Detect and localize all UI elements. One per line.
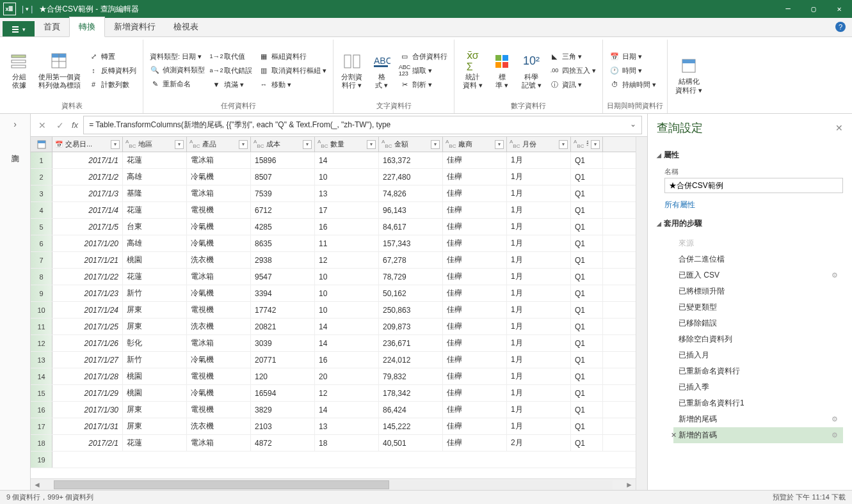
properties-section[interactable]: 屬性 xyxy=(657,150,843,161)
row-header[interactable]: 6 xyxy=(31,235,52,251)
cell[interactable]: 1月 xyxy=(507,385,571,401)
row-header[interactable]: 9 xyxy=(31,285,52,301)
table-row[interactable]: 182017/2/1花蓮電冰箱48721840,501佳櫸2月Q1 xyxy=(31,435,636,452)
filter-dropdown-icon[interactable]: ▾ xyxy=(111,140,120,149)
table-row[interactable]: 162017/1/30屏東電視機38291486,424佳櫸1月Q1 xyxy=(31,402,636,418)
table-row[interactable]: 32017/1/3基隆電冰箱75391374,826佳櫸1月Q1 xyxy=(31,185,636,202)
applied-step[interactable]: ✕新增的首碼⚙ xyxy=(673,427,843,443)
table-row[interactable]: 132017/1/27新竹冷氣機2077116224,012佳櫸1月Q1 xyxy=(31,352,636,368)
cell[interactable]: 冷氣機 xyxy=(187,219,251,235)
row-header[interactable]: 14 xyxy=(31,368,52,384)
cell[interactable]: Q1 xyxy=(571,169,603,185)
cell[interactable]: 2017/1/22 xyxy=(52,269,123,285)
applied-step[interactable]: 移除空白資料列 xyxy=(673,331,843,347)
cell[interactable]: 20771 xyxy=(251,352,315,368)
cell[interactable]: 屏東 xyxy=(123,302,187,318)
cell[interactable]: 8635 xyxy=(251,235,315,251)
cell[interactable]: 2017/1/25 xyxy=(52,319,123,335)
cell[interactable]: 電冰箱 xyxy=(187,185,251,201)
cell[interactable]: 13 xyxy=(315,185,379,201)
row-header[interactable]: 19 xyxy=(31,452,52,468)
cell[interactable]: 227,480 xyxy=(379,169,443,185)
cell[interactable]: 96,143 xyxy=(379,202,443,218)
applied-step[interactable]: 已將標頭升階 xyxy=(673,283,843,299)
cell[interactable]: 12 xyxy=(315,252,379,268)
table-row[interactable]: 142017/1/28桃園電視機1202079,832佳櫸1月Q1 xyxy=(31,368,636,385)
cell[interactable]: 高雄 xyxy=(123,235,187,251)
cell[interactable]: 佳櫸 xyxy=(443,402,507,418)
cell[interactable]: 佳櫸 xyxy=(443,252,507,268)
cell[interactable]: 3039 xyxy=(251,335,315,351)
formula-cancel-icon[interactable]: ✕ xyxy=(36,120,49,130)
cell[interactable]: 67,278 xyxy=(379,252,443,268)
cell[interactable]: 14 xyxy=(315,152,379,168)
row-header[interactable]: 12 xyxy=(31,335,52,351)
cell[interactable]: 50,162 xyxy=(379,285,443,301)
tab-view[interactable]: 檢視表 xyxy=(165,17,207,36)
minimize-button[interactable]: ─ xyxy=(775,1,801,17)
column-header-3[interactable]: ABC成本▾ xyxy=(251,137,315,152)
row-header[interactable]: 3 xyxy=(31,185,52,201)
close-pane-icon[interactable]: ✕ xyxy=(835,123,843,133)
cell[interactable]: 16594 xyxy=(251,385,315,401)
fill-button[interactable]: ▼填滿 ▾ xyxy=(209,78,255,91)
cell[interactable]: 2017/1/4 xyxy=(52,202,123,218)
parse-button[interactable]: ✂剖析 ▾ xyxy=(397,78,450,91)
cell[interactable]: 163,372 xyxy=(379,152,443,168)
cell[interactable]: 79,832 xyxy=(379,368,443,384)
row-header[interactable]: 8 xyxy=(31,269,52,285)
cell[interactable]: 屏東 xyxy=(123,402,187,418)
pivot-button[interactable]: ▦樞紐資料行 xyxy=(256,50,329,63)
scrollbar-thumb[interactable] xyxy=(54,480,389,489)
cell[interactable]: 桃園 xyxy=(123,385,187,401)
cell[interactable]: 2017/1/1 xyxy=(52,152,123,168)
cell[interactable]: 花蓮 xyxy=(123,202,187,218)
column-header-0[interactable]: 📅交易日...▾ xyxy=(52,137,123,152)
cell[interactable]: 10 xyxy=(315,285,379,301)
all-properties-link[interactable]: 所有屬性 xyxy=(664,200,843,210)
cell[interactable]: 2103 xyxy=(251,418,315,434)
column-header-5[interactable]: ABC金額▾ xyxy=(379,137,443,152)
cell[interactable]: 1月 xyxy=(507,185,571,201)
cell[interactable]: 新竹 xyxy=(123,285,187,301)
row-header[interactable]: 7 xyxy=(31,252,52,268)
cell[interactable]: 250,863 xyxy=(379,302,443,318)
filter-dropdown-icon[interactable]: ▾ xyxy=(303,140,312,149)
cell[interactable]: 1月 xyxy=(507,169,571,185)
tab-home[interactable]: 首頁 xyxy=(35,17,69,36)
cell[interactable]: 78,729 xyxy=(379,269,443,285)
cell[interactable]: 冷氣機 xyxy=(187,235,251,251)
cell[interactable]: 2月 xyxy=(507,435,571,451)
cell[interactable]: 屏東 xyxy=(123,319,187,335)
cell[interactable]: 佳櫸 xyxy=(443,185,507,201)
table-row[interactable]: 152017/1/29桃園冷氣機1659412178,342佳櫸1月Q1 xyxy=(31,385,636,402)
cell[interactable]: 佳櫸 xyxy=(443,269,507,285)
scientific-button[interactable]: 10² 科學 記號 ▾ xyxy=(517,41,545,100)
cell[interactable]: 17742 xyxy=(251,302,315,318)
row-header[interactable]: 2 xyxy=(31,169,52,185)
applied-step[interactable]: 來源 xyxy=(673,235,843,251)
cell[interactable]: 10 xyxy=(315,269,379,285)
cell[interactable]: 洗衣機 xyxy=(187,418,251,434)
table-row[interactable]: 172017/1/31屏東洗衣機210313145,222佳櫸1月Q1 xyxy=(31,418,636,435)
cell[interactable]: 157,343 xyxy=(379,235,443,251)
cell[interactable]: 佳櫸 xyxy=(443,202,507,218)
cell[interactable]: 電冰箱 xyxy=(187,435,251,451)
cell[interactable]: 桃園 xyxy=(123,368,187,384)
cell[interactable]: 冷氣機 xyxy=(187,285,251,301)
cell[interactable]: 2017/1/31 xyxy=(52,418,123,434)
cell[interactable]: 電視機 xyxy=(187,402,251,418)
cell[interactable]: 冷氣機 xyxy=(187,169,251,185)
cell[interactable]: 1月 xyxy=(507,285,571,301)
cell[interactable]: 花蓮 xyxy=(123,152,187,168)
cell[interactable]: 11 xyxy=(315,235,379,251)
applied-step[interactable]: 已插入季 xyxy=(673,379,843,395)
format-button[interactable]: ABC 格 式 ▾ xyxy=(367,41,396,100)
row-header[interactable]: 11 xyxy=(31,319,52,335)
cell[interactable]: 2017/1/24 xyxy=(52,302,123,318)
cell[interactable]: 電冰箱 xyxy=(187,335,251,351)
column-header-4[interactable]: ABC數量▾ xyxy=(315,137,379,152)
maximize-button[interactable]: ▢ xyxy=(801,1,826,17)
tab-transform[interactable]: 轉換 xyxy=(69,17,105,37)
help-icon[interactable]: ? xyxy=(835,22,846,32)
